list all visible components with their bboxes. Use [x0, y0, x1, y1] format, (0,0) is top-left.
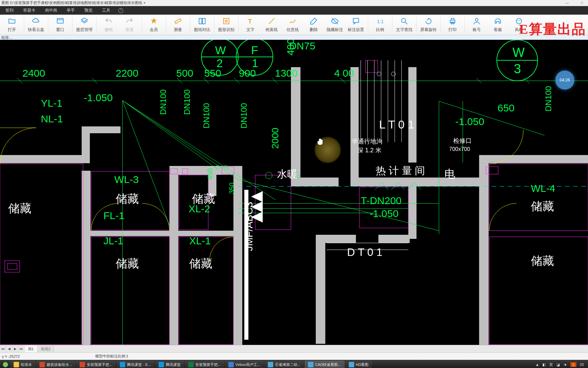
svg-rect-40 [479, 155, 489, 345]
toolbar-line[interactable]: 画直线 [261, 15, 282, 35]
toolbar-freeline[interactable]: 任意线 [282, 15, 303, 35]
toolbar-rotate[interactable]: 屏幕旋转 [418, 15, 439, 35]
menu-pip[interactable]: 画中画 [40, 6, 62, 15]
undo-icon [104, 17, 113, 26]
menu-raisehand[interactable]: 举手 [62, 6, 80, 15]
menu-preview[interactable]: 预览 [80, 6, 97, 15]
app-icon [268, 362, 273, 367]
svg-rect-38 [408, 67, 416, 163]
tray-keyboard-icon[interactable]: ◪ [556, 363, 560, 367]
svg-text:W: W [215, 44, 226, 57]
svg-text:储藏: 储藏 [192, 192, 215, 205]
status-bar: y = -25272 模型中的标注比例:1 [0, 352, 588, 360]
toolbar-redo[interactable]: 恢复 [119, 15, 140, 35]
minimize-button[interactable]: — [562, 0, 572, 6]
svg-text:-1.050: -1.050 [370, 208, 398, 219]
taskbar-item[interactable]: 安装预算手把... [76, 361, 116, 368]
svg-line-73 [439, 101, 544, 135]
svg-rect-51 [359, 187, 408, 228]
menubar: 签到 答题卡 画中画 举手 预览 工具 [0, 6, 588, 15]
svg-rect-35 [350, 67, 359, 145]
tab-next-icon[interactable]: ▶ [12, 346, 18, 352]
menu-answer[interactable]: 答题卡 [18, 6, 40, 15]
svg-text:W: W [512, 45, 525, 60]
tray-clock[interactable]: 20 [580, 363, 584, 367]
line-icon [267, 17, 276, 26]
measure-icon [174, 17, 182, 26]
tray-up-icon[interactable]: ▲ [536, 363, 539, 367]
svg-rect-39 [408, 178, 416, 239]
toolbar-measure[interactable]: 测量 [167, 15, 189, 35]
folder-open-icon [7, 17, 16, 26]
toolbar-folder-open[interactable]: 打开 [1, 15, 22, 35]
menu-signin[interactable]: 签到 [1, 6, 18, 15]
timestamp-badge: 04:26 [555, 71, 574, 90]
tab-prev-icon[interactable]: ◀ [6, 346, 12, 352]
toolbar-cloud[interactable]: 快看云盘 [26, 15, 47, 35]
toolbar-find[interactable]: 文字查找 [394, 15, 415, 35]
toolbar-scale[interactable]: 1:1比例 [370, 15, 391, 35]
layout-tab-1[interactable]: 局1 [24, 346, 37, 352]
svg-text:DN100: DN100 [544, 86, 553, 111]
tray-ime-icon[interactable]: S [570, 362, 576, 367]
tab-last-icon[interactable]: ⏭ [18, 346, 24, 352]
maximize-button[interactable]: □ [577, 0, 587, 6]
document-tab[interactable]: 给排… [0, 35, 588, 40]
svg-line-65 [122, 101, 276, 200]
toolbar: 打开快看云盘窗口图层管理撤销恢复会员测量图纸对比图形识别T文字画直线任意线删除隐… [0, 15, 588, 35]
app-icon [120, 362, 125, 367]
toolbar-print[interactable]: 打印 [442, 15, 463, 35]
status-scale: 模型中的标注比例:1 [88, 354, 128, 359]
start-button[interactable] [1, 361, 10, 368]
cad-canvas[interactable]: 2400 2200 500 550 900 1300 DN75 4 00 400… [0, 40, 588, 345]
menu-tools[interactable]: 工具 [97, 6, 115, 15]
layers-icon [80, 17, 89, 26]
toolbar-hide[interactable]: 隐藏标注 [324, 15, 345, 35]
tray-ime-lang[interactable]: 英 [549, 362, 553, 367]
svg-point-14 [402, 18, 406, 22]
taskbar-item[interactable]: 石雀滩第二幼... [264, 361, 304, 368]
system-tray[interactable]: ▲ ◧ 英 ◪ 🕩 S 20 [536, 362, 587, 367]
tray-volume-icon[interactable]: 🕩 [563, 363, 567, 367]
svg-rect-5 [199, 18, 202, 24]
svg-rect-54 [5, 261, 20, 272]
svg-text:F: F [251, 44, 258, 57]
layout-tab-2[interactable]: 布局2 [37, 346, 54, 352]
taskbar-item[interactable]: 腾讯课堂 [155, 361, 184, 368]
text-icon: T [246, 17, 255, 26]
svg-text:1: 1 [252, 57, 258, 70]
taskbar-item[interactable]: CAD快速看图... [305, 361, 344, 368]
find-icon [400, 17, 409, 26]
taskbar-item[interactable]: Virbox用户工... [225, 361, 264, 368]
toolbar-text[interactable]: T文字 [240, 15, 261, 35]
taskbar-item[interactable]: HD看图 [345, 361, 372, 368]
svg-text:NL-1: NL-1 [41, 113, 63, 124]
svg-text:2: 2 [216, 57, 223, 70]
toolbar-undo[interactable]: 撤销 [98, 15, 119, 35]
toolbar-service[interactable]: 客服 [487, 15, 508, 35]
taskbar-item[interactable]: 建筑设备给水... [36, 361, 76, 368]
toolbar-vip[interactable]: 会员 [143, 15, 164, 35]
svg-text:350: 350 [228, 183, 235, 194]
taskbar-item[interactable]: 安装预算手把... [185, 361, 224, 368]
taskbar-item[interactable]: 给排水 [10, 361, 35, 368]
toolbar-account[interactable]: 账号 [466, 15, 487, 35]
taskbar-item[interactable]: 腾讯课堂 - E... [116, 361, 154, 368]
tray-device-icon[interactable]: ◧ [542, 363, 546, 367]
svg-text:水暖: 水暖 [277, 168, 297, 180]
toolbar-compare[interactable]: 图纸对比 [192, 15, 213, 35]
app-icon [188, 362, 194, 367]
svg-text:L T 0 1: L T 0 1 [379, 118, 414, 131]
svg-text:400: 400 [285, 40, 296, 56]
svg-text:电: 电 [444, 168, 455, 180]
svg-text:650: 650 [497, 102, 514, 113]
toolbar-layers[interactable]: 图层管理 [74, 15, 95, 35]
toolbar-erase[interactable]: 删除 [303, 15, 324, 35]
toolbar-window[interactable]: 窗口 [50, 15, 71, 35]
tab-first-icon[interactable]: ⏮ [0, 346, 6, 352]
power-icon[interactable] [117, 7, 125, 14]
document-tab-label: 给排… [1, 35, 13, 40]
toolbar-recognize[interactable]: 图形识别 [216, 15, 237, 35]
window-controls: — □ [562, 0, 587, 6]
toolbar-annot[interactable]: 标注设置 [345, 15, 366, 35]
